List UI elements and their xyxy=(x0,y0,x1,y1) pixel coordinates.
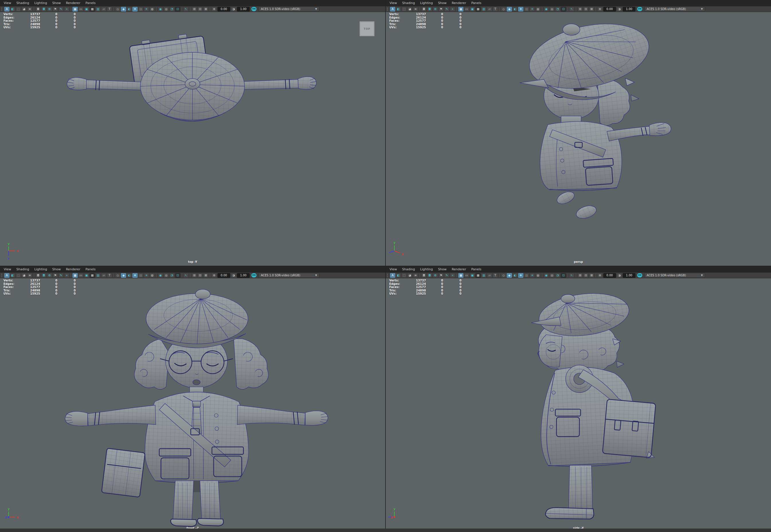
gate-mask-icon[interactable]: ▩ xyxy=(475,7,481,11)
grease-pencil-icon[interactable]: ✎ xyxy=(58,273,64,278)
wireframe-mode-icon[interactable]: ◇ xyxy=(501,273,506,278)
select-highlight-toggle-icon[interactable]: A xyxy=(4,273,9,278)
occlusion-icon[interactable]: ◉ xyxy=(158,7,163,11)
wireframe-on-shaded-icon[interactable]: ❖ xyxy=(518,273,523,278)
wireframe-mode-icon[interactable]: ◇ xyxy=(115,7,120,11)
menu-lighting[interactable]: Lighting xyxy=(32,0,50,6)
dotted-frame-icon[interactable]: □ xyxy=(16,273,21,278)
safe-title-icon[interactable]: T xyxy=(107,7,112,11)
color-management-toggle[interactable]: ON xyxy=(637,273,642,277)
menu-renderer[interactable]: Renderer xyxy=(63,266,83,273)
menu-shading[interactable]: Shading xyxy=(14,266,32,273)
toolbar-grip[interactable] xyxy=(1,274,3,277)
lighting-toggle-icon[interactable]: ☀ xyxy=(530,7,535,11)
anti-aliasing-icon[interactable]: ◔ xyxy=(169,273,174,278)
safe-action-icon[interactable]: ▱ xyxy=(101,7,106,11)
grid-toggle-icon[interactable]: ▦ xyxy=(72,273,78,278)
color-wheel-icon[interactable]: ◕ xyxy=(407,7,412,11)
pan-zoom-icon[interactable]: ⌖ xyxy=(450,7,455,11)
film-gate-icon[interactable]: ▭ xyxy=(78,273,83,278)
exposure-frame-icon[interactable]: ⊡ xyxy=(561,7,566,11)
gamma-icon[interactable]: ◑ xyxy=(231,7,236,11)
smooth-shade-mode-icon[interactable]: ◆ xyxy=(121,7,126,11)
motion-blur-icon[interactable]: ◎ xyxy=(549,7,554,11)
camera-lock-icon[interactable]: ◘ xyxy=(41,7,46,11)
pan-zoom-icon[interactable]: ⌖ xyxy=(64,273,69,278)
menu-view[interactable]: View xyxy=(1,0,14,6)
viewport-renderer-icon[interactable]: ◧ xyxy=(396,273,401,278)
select-tool-icon[interactable]: ↖ xyxy=(569,273,574,278)
camera-bookmark-top-button[interactable]: TOP xyxy=(360,21,374,36)
bookmark-icon[interactable]: ⚑ xyxy=(438,273,444,278)
motion-blur-icon[interactable]: ◎ xyxy=(164,273,169,278)
menu-panels[interactable]: Panels xyxy=(469,0,484,6)
gate-mask-icon[interactable]: ▩ xyxy=(475,273,481,278)
isolate-select-icon[interactable]: ⊞ xyxy=(192,273,197,278)
menu-lighting[interactable]: Lighting xyxy=(32,266,50,273)
motion-blur-icon[interactable]: ◎ xyxy=(164,7,169,11)
toolbar-grip[interactable] xyxy=(387,7,389,11)
menu-view[interactable]: View xyxy=(387,0,400,6)
field-chart-icon[interactable]: ▥ xyxy=(95,7,101,11)
bookmark-icon[interactable]: ⚑ xyxy=(53,7,58,11)
dotted-frame-icon[interactable]: □ xyxy=(402,273,407,278)
default-material-icon[interactable]: ▨ xyxy=(138,273,143,278)
wireframe-on-shaded-icon[interactable]: ❖ xyxy=(132,7,137,11)
film-gate-icon[interactable]: ▭ xyxy=(464,7,469,11)
menu-panels[interactable]: Panels xyxy=(83,266,98,273)
camera-attributes-icon[interactable]: ⚙ xyxy=(47,273,52,278)
select-highlight-toggle-icon[interactable]: A xyxy=(390,273,395,278)
menu-renderer[interactable]: Renderer xyxy=(63,0,83,6)
bookmark-icon[interactable]: ⚑ xyxy=(53,273,58,278)
gamma-field[interactable]: 1.00 xyxy=(623,7,636,11)
shadows-toggle-icon[interactable]: ◍ xyxy=(535,7,540,11)
gamma-field[interactable]: 1.00 xyxy=(623,273,636,278)
exposure-field[interactable]: 0.00 xyxy=(603,7,616,11)
camera-lock-icon[interactable]: ◘ xyxy=(427,7,432,11)
anti-aliasing-icon[interactable]: ◔ xyxy=(555,273,560,278)
menu-panels[interactable]: Panels xyxy=(83,0,98,6)
color-management-toggle[interactable]: ON xyxy=(251,7,257,11)
dotted-frame-icon[interactable]: □ xyxy=(16,7,21,11)
isolate-select-icon[interactable]: ⊞ xyxy=(577,7,583,11)
camera-icon[interactable]: ◘ xyxy=(421,7,426,11)
render-layers-icon[interactable]: ≡ xyxy=(413,7,418,11)
exposure-frame-icon[interactable]: ⊡ xyxy=(175,7,180,11)
field-chart-icon[interactable]: ▥ xyxy=(95,273,101,278)
lighting-toggle-icon[interactable]: ☀ xyxy=(144,7,149,11)
wireframe-mode-icon[interactable]: ◇ xyxy=(501,7,506,11)
gate-mask-icon[interactable]: ▩ xyxy=(90,7,95,11)
safe-title-icon[interactable]: T xyxy=(493,7,498,11)
color-wheel-icon[interactable]: ◕ xyxy=(407,273,412,278)
viewport-renderer-icon[interactable]: ◧ xyxy=(396,7,401,11)
wireframe-on-shaded-icon[interactable]: ❖ xyxy=(132,273,137,278)
view-transform-select[interactable]: ACES 1.0 SDR-video (sRGB)▼ xyxy=(259,273,319,278)
camera-icon[interactable]: ◘ xyxy=(36,273,41,278)
viewport-canvas[interactable]: Verts:1373700Edges:2612400Faces:1257700T… xyxy=(386,12,771,266)
textured-mode-icon[interactable]: ◐ xyxy=(512,273,518,278)
smooth-shade-mode-icon[interactable]: ◆ xyxy=(121,273,126,278)
viewport-snapshot-icon[interactable]: ⊠ xyxy=(589,273,594,278)
isolate-add-icon[interactable]: ⊟ xyxy=(583,273,589,278)
menu-show[interactable]: Show xyxy=(50,0,63,6)
textured-mode-icon[interactable]: ◐ xyxy=(127,7,132,11)
select-tool-icon[interactable]: ↖ xyxy=(569,7,574,11)
menu-view[interactable]: View xyxy=(387,266,400,273)
resolution-gate-icon[interactable]: ▣ xyxy=(470,7,475,11)
select-highlight-toggle-icon[interactable]: A xyxy=(390,7,395,11)
exposure-frame-icon[interactable]: ⊡ xyxy=(561,273,566,278)
smooth-shade-mode-icon[interactable]: ◆ xyxy=(507,7,512,11)
toolbar-grip[interactable] xyxy=(1,7,3,11)
viewport-snapshot-icon[interactable]: ⊠ xyxy=(589,7,594,11)
field-chart-icon[interactable]: ▥ xyxy=(481,7,486,11)
render-layers-icon[interactable]: ≡ xyxy=(413,273,418,278)
default-material-icon[interactable]: ▨ xyxy=(524,273,529,278)
isolate-add-icon[interactable]: ⊟ xyxy=(583,7,589,11)
gamma-field[interactable]: 1.00 xyxy=(237,273,250,278)
menu-shading[interactable]: Shading xyxy=(14,0,32,6)
camera-attributes-icon[interactable]: ⚙ xyxy=(433,7,438,11)
camera-lock-icon[interactable]: ◘ xyxy=(41,273,46,278)
exposure-icon[interactable]: ⊕ xyxy=(212,7,217,11)
select-tool-icon[interactable]: ↖ xyxy=(183,7,188,11)
safe-action-icon[interactable]: ▱ xyxy=(487,7,492,11)
